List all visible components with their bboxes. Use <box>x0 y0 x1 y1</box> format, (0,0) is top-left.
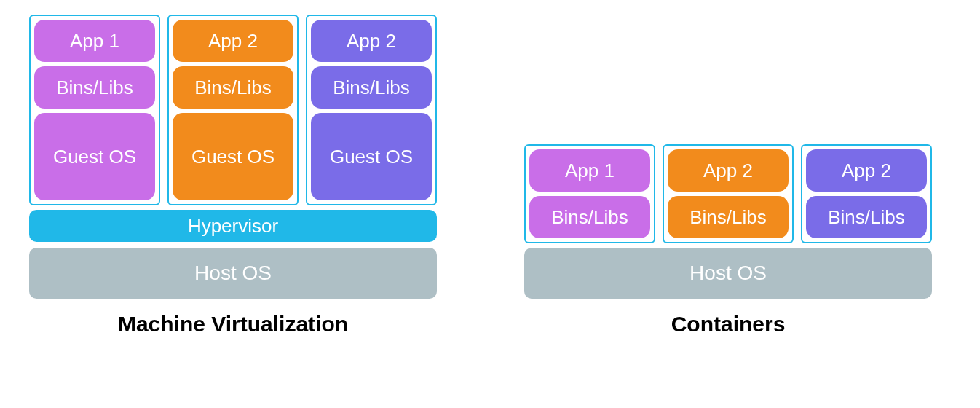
vm-app-block: App 2 <box>311 20 432 62</box>
vm-column-2: App 2 Bins/Libs Guest OS <box>306 15 437 205</box>
vm-host-os-block: Host OS <box>29 248 437 299</box>
container-column-1: App 2 Bins/Libs <box>663 144 794 243</box>
virtualization-title: Machine Virtualization <box>29 312 437 337</box>
containers-title: Containers <box>524 312 932 337</box>
vm-app-block: App 1 <box>34 20 155 62</box>
container-app-block: App 2 <box>806 149 927 192</box>
container-columns-row: App 1 Bins/Libs App 2 Bins/Libs App 2 Bi… <box>524 144 932 243</box>
container-app-block: App 2 <box>668 149 789 192</box>
diagram-container: App 1 Bins/Libs Guest OS App 2 Bins/Libs… <box>0 0 980 351</box>
vm-libs-block: Bins/Libs <box>34 66 155 109</box>
containers-stack: App 1 Bins/Libs App 2 Bins/Libs App 2 Bi… <box>524 144 932 337</box>
virtualization-stack: App 1 Bins/Libs Guest OS App 2 Bins/Libs… <box>29 15 437 337</box>
container-app-block: App 1 <box>529 149 650 192</box>
container-libs-block: Bins/Libs <box>806 196 927 238</box>
vm-column-1: App 2 Bins/Libs Guest OS <box>167 15 299 205</box>
vm-guest-os-block: Guest OS <box>173 113 293 200</box>
vm-app-block: App 2 <box>173 20 293 62</box>
vm-columns-row: App 1 Bins/Libs Guest OS App 2 Bins/Libs… <box>29 15 437 205</box>
vm-guest-os-block: Guest OS <box>34 113 155 200</box>
vm-libs-block: Bins/Libs <box>311 66 432 109</box>
container-column-2: App 2 Bins/Libs <box>801 144 932 243</box>
container-libs-block: Bins/Libs <box>668 196 789 238</box>
vm-guest-os-block: Guest OS <box>311 113 432 200</box>
container-column-0: App 1 Bins/Libs <box>524 144 655 243</box>
container-libs-block: Bins/Libs <box>529 196 650 238</box>
vm-libs-block: Bins/Libs <box>173 66 293 109</box>
container-host-os-block: Host OS <box>524 248 932 299</box>
vm-column-0: App 1 Bins/Libs Guest OS <box>29 15 160 205</box>
hypervisor-block: Hypervisor <box>29 210 437 242</box>
